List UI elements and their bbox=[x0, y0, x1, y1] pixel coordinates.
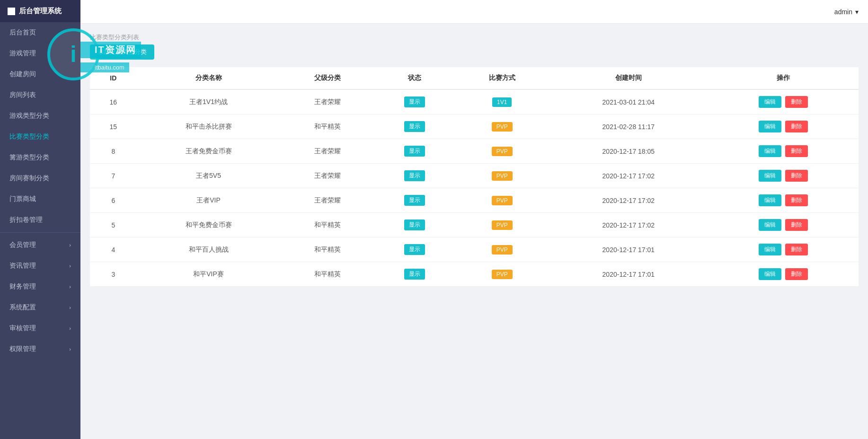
cell-created: 2020-12-17 18:05 bbox=[549, 139, 708, 164]
cell-status: 显示 bbox=[375, 188, 455, 213]
mode-badge: PVP bbox=[492, 171, 513, 181]
main-area: admin ▾ 比赛类型分类列表 添加比赛类型分类 ID 分类名称 父级分类 状… bbox=[80, 0, 868, 439]
cell-actions: 编辑 删除 bbox=[708, 89, 859, 114]
cell-status: 显示 bbox=[375, 164, 455, 188]
delete-button[interactable]: 删除 bbox=[785, 121, 808, 132]
cell-name: 和平百人挑战 bbox=[137, 237, 281, 262]
sidebar-item-game-management[interactable]: 游戏管理 bbox=[0, 43, 80, 64]
cell-id: 3 bbox=[90, 262, 137, 287]
sidebar-item-news-management[interactable]: 资讯管理 › bbox=[0, 255, 80, 276]
sidebar-logo: ▣ 后台管理系统 bbox=[0, 0, 80, 22]
edit-button[interactable]: 编辑 bbox=[759, 121, 781, 132]
edit-button[interactable]: 编辑 bbox=[759, 194, 781, 206]
cell-id: 16 bbox=[90, 89, 137, 114]
edit-button[interactable]: 编辑 bbox=[759, 244, 781, 255]
cell-actions: 编辑 删除 bbox=[708, 114, 859, 139]
delete-button[interactable]: 删除 bbox=[785, 170, 808, 182]
sidebar-item-system-config[interactable]: 系统配置 › bbox=[0, 297, 80, 318]
delete-button[interactable]: 删除 bbox=[785, 194, 808, 206]
edit-button[interactable]: 编辑 bbox=[759, 219, 781, 231]
cell-status: 显示 bbox=[375, 139, 455, 164]
user-menu[interactable]: admin ▾ bbox=[834, 8, 859, 16]
add-button[interactable]: 添加比赛类型分类 bbox=[90, 44, 154, 60]
table-container: ID 分类名称 父级分类 状态 比赛方式 创建时间 操作 16 王者1V1约战 … bbox=[90, 67, 859, 287]
col-status: 状态 bbox=[375, 67, 455, 89]
cell-name: 王者1V1约战 bbox=[137, 89, 281, 114]
breadcrumb: 比赛类型分类列表 bbox=[90, 33, 859, 42]
edit-button[interactable]: 编辑 bbox=[759, 96, 781, 108]
cell-status: 显示 bbox=[375, 237, 455, 262]
cell-id: 8 bbox=[90, 139, 137, 164]
cell-parent: 王者荣耀 bbox=[280, 188, 374, 213]
edit-button[interactable]: 编辑 bbox=[759, 170, 781, 182]
cell-mode: PVP bbox=[455, 262, 549, 287]
table-header-row: ID 分类名称 父级分类 状态 比赛方式 创建时间 操作 bbox=[90, 67, 859, 89]
cell-parent: 和平精英 bbox=[280, 114, 374, 139]
delete-button[interactable]: 删除 bbox=[785, 219, 808, 231]
logo-text: 后台管理系统 bbox=[19, 7, 62, 16]
cell-actions: 编辑 删除 bbox=[708, 164, 859, 188]
cell-status: 显示 bbox=[375, 262, 455, 287]
table-row: 16 王者1V1约战 王者荣耀 显示 1V1 2021-03-01 21:04 … bbox=[90, 89, 859, 114]
sidebar-item-dashboard[interactable]: 后台首页 bbox=[0, 22, 80, 43]
table-row: 6 王者VIP 王者荣耀 显示 PVP 2020-12-17 17:02 编辑 … bbox=[90, 188, 859, 213]
cell-parent: 王者荣耀 bbox=[280, 164, 374, 188]
cell-created: 2020-12-17 17:01 bbox=[549, 237, 708, 262]
sidebar-item-room-format-category[interactable]: 房间赛制分类 bbox=[0, 168, 80, 189]
delete-button[interactable]: 删除 bbox=[785, 145, 808, 157]
status-badge: 显示 bbox=[404, 195, 425, 206]
sidebar-item-game-type-category[interactable]: 游戏类型分类 bbox=[0, 105, 80, 126]
table-row: 3 和平VIP赛 和平精英 显示 PVP 2020-12-17 17:01 编辑… bbox=[90, 262, 859, 287]
sidebar-item-finance-management[interactable]: 财务管理 › bbox=[0, 276, 80, 297]
sidebar-item-permission-management[interactable]: 权限管理 › bbox=[0, 339, 80, 360]
status-badge: 显示 bbox=[404, 97, 425, 107]
sidebar-item-ticket-mall[interactable]: 门票商城 bbox=[0, 189, 80, 210]
col-parent: 父级分类 bbox=[280, 67, 374, 89]
cell-id: 6 bbox=[90, 188, 137, 213]
sidebar-item-audit-management[interactable]: 审核管理 › bbox=[0, 318, 80, 339]
cell-mode: 1V1 bbox=[455, 89, 549, 114]
sidebar-item-match-type-category[interactable]: 比赛类型分类 bbox=[0, 126, 80, 147]
delete-button[interactable]: 删除 bbox=[785, 96, 808, 108]
col-id: ID bbox=[90, 67, 137, 89]
delete-button[interactable]: 删除 bbox=[785, 244, 808, 255]
logo-icon: ▣ bbox=[8, 8, 15, 15]
cell-name: 和平击杀比拼赛 bbox=[137, 114, 281, 139]
edit-button[interactable]: 编辑 bbox=[759, 145, 781, 157]
sidebar-item-create-room[interactable]: 创建房间 bbox=[0, 64, 80, 85]
username: admin bbox=[834, 8, 852, 16]
data-table: ID 分类名称 父级分类 状态 比赛方式 创建时间 操作 16 王者1V1约战 … bbox=[90, 67, 859, 287]
toolbar: 添加比赛类型分类 bbox=[90, 44, 859, 60]
sidebar-divider-1 bbox=[0, 232, 80, 233]
table-row: 4 和平百人挑战 和平精英 显示 PVP 2020-12-17 17:01 编辑… bbox=[90, 237, 859, 262]
cell-mode: PVP bbox=[455, 164, 549, 188]
chevron-right-icon: › bbox=[69, 284, 71, 290]
cell-status: 显示 bbox=[375, 213, 455, 237]
cell-actions: 编辑 删除 bbox=[708, 213, 859, 237]
delete-button[interactable]: 删除 bbox=[785, 268, 808, 280]
cell-mode: PVP bbox=[455, 213, 549, 237]
cell-mode: PVP bbox=[455, 139, 549, 164]
sidebar-item-bonfire-category[interactable]: 篝游类型分类 bbox=[0, 147, 80, 168]
cell-id: 4 bbox=[90, 237, 137, 262]
sidebar-item-room-list[interactable]: 房间列表 bbox=[0, 85, 80, 105]
cell-name: 王者5V5 bbox=[137, 164, 281, 188]
sidebar-item-coupon-management[interactable]: 折扣卷管理 bbox=[0, 210, 80, 230]
cell-status: 显示 bbox=[375, 114, 455, 139]
status-badge: 显示 bbox=[404, 220, 425, 230]
cell-actions: 编辑 删除 bbox=[708, 188, 859, 213]
cell-actions: 编辑 删除 bbox=[708, 139, 859, 164]
chevron-right-icon: › bbox=[69, 325, 71, 331]
mode-badge: PVP bbox=[492, 270, 513, 279]
sidebar: ▣ 后台管理系统 后台首页 游戏管理 创建房间 房间列表 游戏类型分类 比赛类型… bbox=[0, 0, 80, 439]
table-row: 7 王者5V5 王者荣耀 显示 PVP 2020-12-17 17:02 编辑 … bbox=[90, 164, 859, 188]
edit-button[interactable]: 编辑 bbox=[759, 268, 781, 280]
cell-id: 7 bbox=[90, 164, 137, 188]
col-mode: 比赛方式 bbox=[455, 67, 549, 89]
col-created: 创建时间 bbox=[549, 67, 708, 89]
cell-actions: 编辑 删除 bbox=[708, 262, 859, 287]
status-badge: 显示 bbox=[404, 146, 425, 157]
sidebar-item-member-management[interactable]: 会员管理 › bbox=[0, 235, 80, 255]
cell-name: 王者VIP bbox=[137, 188, 281, 213]
chevron-right-icon: › bbox=[69, 242, 71, 248]
